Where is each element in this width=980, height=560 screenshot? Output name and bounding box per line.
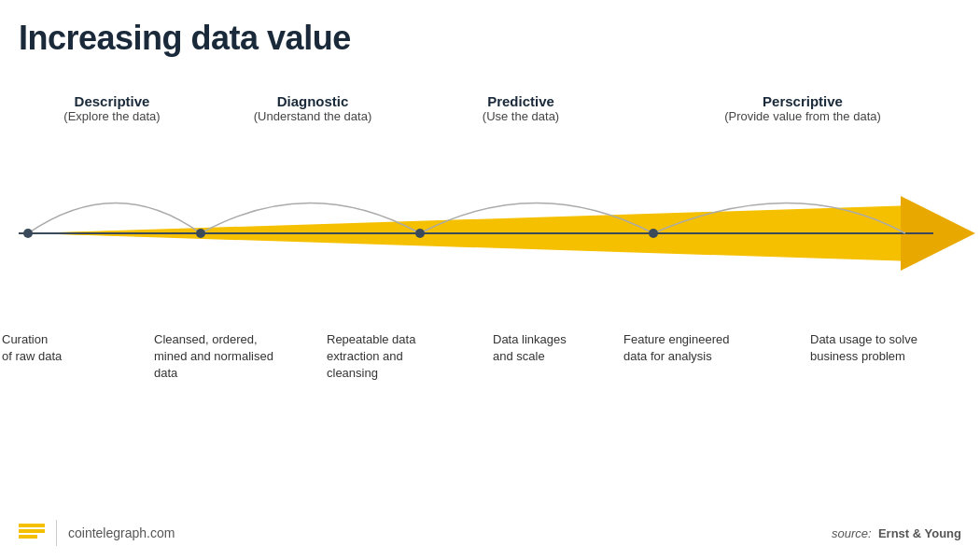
page-title: Increasing data value <box>19 19 351 58</box>
footer-divider <box>56 520 57 546</box>
bottom-label-1: Curation of raw data <box>2 331 62 365</box>
footer: cointelegraph.com source: Ernst & Young <box>0 520 980 546</box>
stage-predictive: Predictive (Use the data) <box>437 93 605 123</box>
cointelegraph-icon <box>19 520 45 546</box>
footer-source: source: Ernst & Young <box>832 526 961 540</box>
svg-rect-8 <box>19 529 45 533</box>
footer-site: cointelegraph.com <box>68 525 175 540</box>
bottom-label-3: Repeatable data extraction and cleansing <box>327 331 415 383</box>
stage-descriptive-title: Descriptive <box>28 93 196 109</box>
footer-logo <box>19 520 45 546</box>
stage-predictive-title: Predictive <box>437 93 605 109</box>
stage-prescriptive-title: Perscriptive <box>653 93 952 109</box>
bottom-label-5: Feature engineered data for analysis <box>623 331 729 365</box>
svg-rect-10 <box>19 524 45 527</box>
source-company: Ernst & Young <box>878 526 961 540</box>
svg-rect-9 <box>19 535 37 539</box>
stage-diagnostic-title: Diagnostic <box>215 93 411 109</box>
bottom-label-6: Data usage to solve business problem <box>810 331 917 365</box>
bottom-label-2: Cleansed, ordered, mined and normalised … <box>154 331 273 383</box>
source-label: source: <box>832 526 872 540</box>
diagram-svg <box>0 145 980 331</box>
stage-prescriptive-subtitle: (Provide value from the data) <box>653 109 952 123</box>
svg-point-6 <box>415 229 425 238</box>
stage-predictive-subtitle: (Use the data) <box>437 109 605 123</box>
svg-point-5 <box>196 229 205 238</box>
stage-descriptive-subtitle: (Explore the data) <box>28 109 196 123</box>
diagram-area: Descriptive (Explore the data) Diagnosti… <box>0 93 980 448</box>
svg-point-7 <box>649 229 658 238</box>
svg-point-4 <box>23 229 33 238</box>
stage-descriptive: Descriptive (Explore the data) <box>28 93 196 123</box>
stage-diagnostic: Diagnostic (Understand the data) <box>215 93 411 123</box>
stage-prescriptive: Perscriptive (Provide value from the dat… <box>653 93 952 123</box>
stage-diagnostic-subtitle: (Understand the data) <box>215 109 411 123</box>
bottom-label-4: Data linkages and scale <box>493 331 567 365</box>
